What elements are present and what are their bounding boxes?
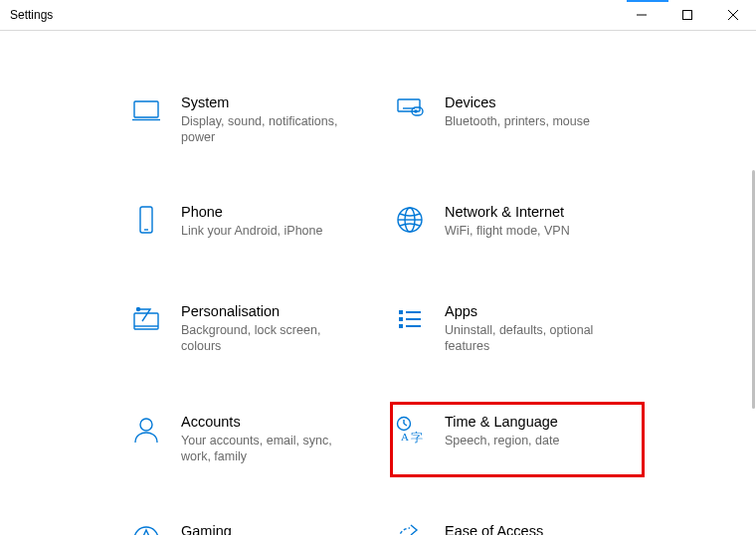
titlebar: Settings [0, 0, 756, 31]
gaming-icon [129, 522, 163, 535]
category-label: Apps [445, 302, 632, 321]
svg-line-39 [404, 424, 407, 426]
category-time-language[interactable]: A 字 Time & Language Speech, region, date [393, 405, 642, 474]
svg-rect-4 [134, 101, 158, 117]
category-label: Accounts [181, 413, 368, 432]
content-area: System Display, sound, notifications, po… [0, 31, 756, 535]
settings-window: Settings System Displa [0, 0, 756, 535]
svg-rect-31 [399, 317, 403, 321]
time-language-icon: A 字 [393, 413, 427, 446]
category-desc: Your accounts, email, sync, work, family [181, 433, 350, 465]
category-system[interactable]: System Display, sound, notifications, po… [129, 86, 378, 155]
accent-strip [627, 0, 668, 2]
category-label: Personalisation [181, 302, 368, 321]
category-label: Network & Internet [445, 203, 632, 222]
category-desc: Display, sound, notifications, power [181, 113, 350, 146]
category-desc: Bluetooth, printers, mouse [445, 113, 614, 129]
category-ease-of-access[interactable]: Ease of Access [393, 514, 642, 535]
category-gaming[interactable]: Gaming [129, 514, 378, 535]
window-title: Settings [10, 8, 53, 22]
devices-icon [393, 93, 427, 127]
category-desc: WiFi, flight mode, VPN [445, 223, 614, 239]
category-label: Time & Language [445, 413, 632, 432]
category-label: Devices [445, 93, 632, 112]
minimize-button[interactable] [619, 0, 664, 30]
maximize-button[interactable] [664, 0, 710, 30]
category-grid: System Display, sound, notifications, po… [0, 31, 756, 535]
category-network[interactable]: Network & Internet WiFi, flight mode, VP… [393, 195, 642, 255]
ease-of-access-icon [393, 522, 427, 535]
globe-icon [393, 203, 427, 237]
svg-rect-6 [398, 99, 420, 111]
category-phone[interactable]: Phone Link your Android, iPhone [129, 195, 378, 255]
svg-point-29 [137, 308, 140, 311]
category-desc: Speech, region, date [445, 433, 614, 448]
category-label: Gaming [181, 522, 368, 535]
accounts-icon [129, 413, 163, 446]
category-devices[interactable]: Devices Bluetooth, printers, mouse [393, 86, 642, 155]
maximize-icon [682, 10, 692, 20]
svg-point-36 [140, 419, 152, 431]
category-desc: Background, lock screen, colours [181, 322, 350, 355]
window-controls [619, 0, 756, 30]
svg-rect-30 [399, 310, 403, 314]
svg-text:字: 字 [411, 431, 423, 445]
category-personalisation[interactable]: Personalisation Background, lock screen,… [129, 294, 378, 364]
system-icon [129, 93, 163, 127]
category-accounts[interactable]: Accounts Your accounts, email, sync, wor… [129, 405, 378, 474]
svg-text:A: A [401, 431, 409, 443]
personalisation-icon [129, 302, 163, 336]
apps-icon [393, 302, 427, 336]
minimize-icon [637, 10, 647, 20]
category-label: Ease of Access [445, 522, 632, 535]
category-desc: Uninstall, defaults, optional features [445, 322, 614, 355]
category-label: System [181, 93, 368, 112]
svg-rect-1 [683, 11, 692, 20]
category-apps[interactable]: Apps Uninstall, defaults, optional featu… [393, 294, 642, 364]
scrollbar[interactable] [752, 170, 755, 409]
svg-rect-32 [399, 324, 403, 328]
close-button[interactable] [710, 0, 756, 30]
phone-icon [129, 203, 163, 237]
category-desc: Link your Android, iPhone [181, 223, 350, 239]
close-icon [728, 10, 738, 20]
svg-rect-22 [140, 207, 152, 233]
category-label: Phone [181, 203, 368, 222]
